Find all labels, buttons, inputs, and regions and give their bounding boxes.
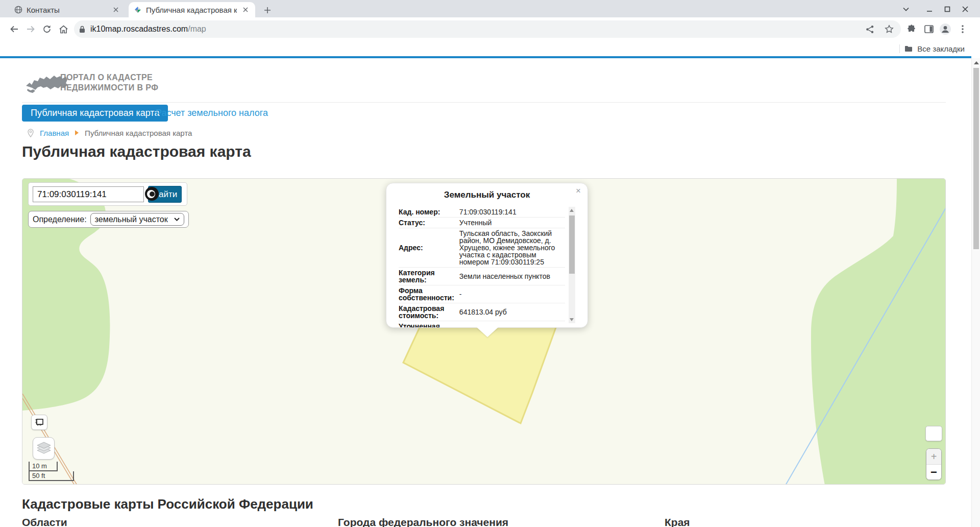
bookmarks-bar: Все закладки	[0, 41, 980, 56]
row-value: Земли населенных пунктов	[459, 268, 565, 285]
site-favicon-icon	[134, 6, 142, 14]
row-label: Кадастровая стоимость:	[399, 303, 459, 321]
popup-scrollbar[interactable]	[569, 207, 575, 323]
tab-search-chevron-icon[interactable]	[898, 4, 914, 14]
table-row: Адрес: Тульская область, Заокский район,…	[399, 228, 565, 268]
home-icon[interactable]	[56, 22, 70, 36]
new-tab-button[interactable]	[261, 4, 274, 16]
site-accent-bar	[0, 56, 971, 58]
all-bookmarks-label: Все закладки	[917, 44, 965, 53]
chevron-down-icon	[174, 218, 180, 221]
folder-icon	[904, 45, 913, 52]
map-scale-bar: 10 m 50 ft	[29, 462, 74, 481]
row-value: -	[459, 285, 565, 303]
row-value: 641813.04 руб	[459, 303, 565, 321]
location-pin-icon	[28, 129, 34, 137]
bookmark-star-icon[interactable]	[885, 25, 894, 34]
divider	[22, 102, 946, 103]
map-search-panel: Найти	[28, 182, 187, 206]
nav-tab-public-cadastral-map[interactable]: Публичная кадастровая карта	[22, 105, 168, 122]
parcel-info-popup: × Земельный участок Кад. номер: 71:09:03…	[386, 183, 588, 328]
popup-pointer	[477, 327, 498, 337]
logo-line-2: НЕДВИЖИМОСТИ В РФ	[60, 83, 158, 93]
scroll-up-icon[interactable]	[974, 61, 979, 64]
extensions-puzzle-icon[interactable]	[904, 22, 919, 36]
nav-tab-land-tax-calc[interactable]: Расчет земельного налога	[156, 105, 268, 122]
nav-tab-label: Публичная кадастровая карта	[31, 108, 159, 118]
side-panel-icon[interactable]	[922, 22, 936, 36]
footer-column-federal-cities: Города федерального значения	[338, 516, 508, 527]
all-bookmarks-button[interactable]: Все закладки	[899, 42, 965, 55]
window-maximize-icon[interactable]	[940, 4, 955, 14]
fullscreen-button[interactable]	[925, 426, 942, 441]
parcel-attributes-table: Кад. номер: 71:09:030119:141 Статус: Учт…	[399, 207, 565, 328]
breadcrumb-home-link[interactable]: Главная	[40, 129, 69, 137]
browser-tab-strip: Контакты Публичная кадастровая ка	[0, 0, 980, 17]
popup-title: Земельный участок	[386, 183, 587, 200]
browser-tab-contacts[interactable]: Контакты	[9, 2, 126, 17]
popup-close-icon[interactable]: ×	[576, 186, 581, 196]
ruler-icon	[35, 418, 44, 426]
scrollbar-thumb[interactable]	[973, 68, 979, 249]
window-minimize-icon[interactable]	[922, 4, 937, 14]
object-type-filter: Определение: земельный участок	[28, 211, 189, 228]
browser-toolbar: ik10map.roscadastres.com /map	[0, 17, 980, 41]
nav-tab-label: Расчет земельного налога	[156, 108, 268, 118]
logo-line-1: ПОРТАЛ О КАДАСТРЕ	[60, 73, 158, 83]
zoom-out-button[interactable]: −	[926, 465, 941, 480]
share-icon[interactable]	[866, 25, 874, 34]
table-row: Статус: Учтенный	[399, 218, 565, 228]
footer-column-kraya: Края	[665, 516, 690, 527]
row-label: Адрес:	[399, 228, 459, 268]
map-container[interactable]: Найти Определение: земельный участок × З…	[22, 178, 946, 485]
row-label: Кад. номер:	[399, 207, 459, 218]
table-row: Кадастровая стоимость: 641813.04 руб	[399, 303, 565, 321]
browser-tab-cadastre-map[interactable]: Публичная кадастровая ка	[129, 2, 255, 17]
address-bar[interactable]: ik10map.roscadastres.com /map	[74, 20, 901, 38]
breadcrumb-arrow-icon	[75, 130, 79, 135]
zoom-control: + −	[926, 448, 942, 480]
reload-icon[interactable]	[40, 22, 54, 36]
scale-metric: 10 m	[29, 462, 58, 471]
scroll-down-icon[interactable]	[570, 318, 574, 321]
table-row: Кад. номер: 71:09:030119:141	[399, 207, 565, 218]
profile-avatar-icon[interactable]	[938, 22, 952, 36]
table-row: Категория земель: Земли населенных пункт…	[399, 268, 565, 285]
back-icon[interactable]	[7, 22, 21, 36]
row-label: Форма собственности:	[399, 285, 459, 303]
breadcrumb-current: Публичная кадастровая карта	[85, 129, 192, 137]
footer-heading: Кадастровые карты Российской Федерации	[22, 496, 313, 512]
tab-title: Публичная кадастровая ка	[146, 6, 237, 14]
tab-close-icon[interactable]	[241, 5, 250, 14]
site-logo-text: ПОРТАЛ О КАДАСТРЕ НЕДВИЖИМОСТИ В РФ	[60, 73, 158, 93]
page-title: Публичная кадастровая карта	[22, 143, 251, 160]
row-value: Учтенный	[459, 218, 565, 228]
row-label: Статус:	[399, 218, 459, 228]
cadastral-number-input[interactable]	[33, 186, 144, 202]
scrollbar-thumb[interactable]	[569, 215, 575, 274]
url-path: /map	[188, 25, 206, 34]
row-label: Категория земель:	[399, 268, 459, 285]
row-value: 71:09:030119:141	[459, 207, 565, 218]
forward-icon[interactable]	[23, 22, 38, 36]
kebab-menu-icon[interactable]	[955, 22, 970, 36]
zoom-in-button[interactable]: +	[926, 449, 941, 465]
browser-scrollbar[interactable]	[971, 58, 980, 527]
layers-button[interactable]	[33, 437, 55, 460]
window-close-icon[interactable]	[958, 4, 973, 14]
table-row: Форма собственности: -	[399, 285, 565, 303]
filter-label: Определение:	[33, 215, 87, 224]
tab-close-icon[interactable]	[111, 5, 120, 14]
row-label: Уточненная площадь:	[399, 321, 459, 328]
mouse-cursor-icon	[145, 187, 159, 201]
scroll-up-icon[interactable]	[570, 209, 574, 212]
globe-icon	[14, 6, 22, 14]
table-row: Уточненная площадь: 1908 кв.м	[399, 321, 565, 328]
measure-tool-button[interactable]	[31, 415, 47, 430]
footer-column-oblasti: Области	[22, 516, 67, 527]
separator	[899, 44, 900, 53]
lock-icon	[79, 26, 85, 33]
parcel-type-select[interactable]: земельный участок	[90, 213, 184, 226]
url-domain: ik10map.roscadastres.com	[90, 25, 188, 34]
scale-imperial: 50 ft	[29, 471, 74, 481]
